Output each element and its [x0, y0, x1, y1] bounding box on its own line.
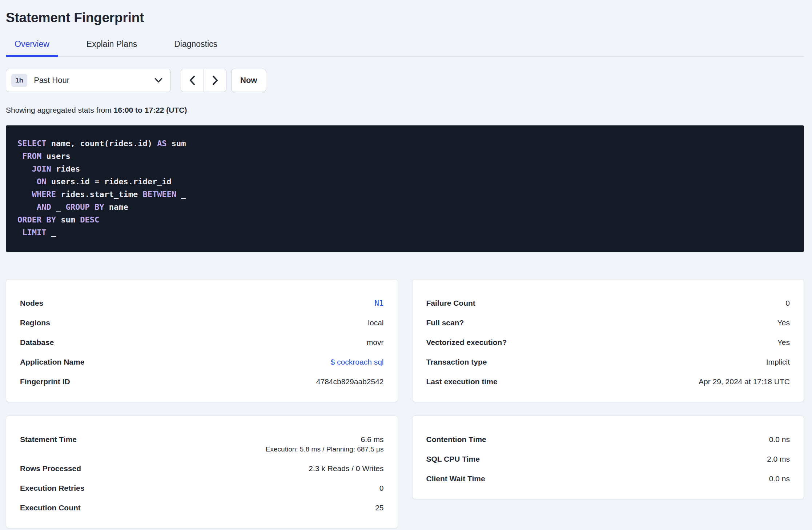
stat-value-group: 0.0 ns	[769, 430, 790, 449]
stat-value-group: 25	[375, 498, 383, 518]
sql-keyword: AS	[157, 139, 167, 148]
next-interval-button[interactable]	[204, 69, 226, 92]
stat-row: Last execution timeApr 29, 2024 at 17:18…	[426, 372, 790, 392]
stat-value: 0.0 ns	[769, 430, 790, 449]
summary-cards-row-1: NodesN1RegionslocalDatabasemovrApplicati…	[6, 279, 804, 402]
stat-value-group: movr	[367, 333, 384, 352]
stat-row: Vectorized execution?Yes	[426, 333, 790, 352]
stat-value-link[interactable]: N1	[374, 293, 383, 313]
stat-label: Vectorized execution?	[426, 333, 507, 352]
aggregated-stats-prefix: Showing aggregated stats from	[6, 106, 112, 114]
stat-value: 25	[375, 498, 383, 518]
time-range-badge: 1h	[11, 74, 27, 87]
sql-text: users	[41, 152, 70, 161]
aggregated-stats-caption: Showing aggregated stats from16:00 to 17…	[6, 106, 804, 115]
stat-value-group: Yes	[777, 313, 790, 333]
stat-value: Apr 29, 2024 at 17:18 UTC	[699, 372, 790, 392]
stat-label: Last execution time	[426, 372, 498, 392]
stat-label: Statement Time	[20, 430, 77, 449]
sql-text: name, count(rides.id)	[46, 139, 157, 148]
tab-explain-plans[interactable]: Explain Plans	[78, 39, 146, 56]
sql-keyword: FROM	[22, 152, 41, 161]
stat-label: Database	[20, 333, 54, 352]
stat-value-group: Implicit	[766, 352, 790, 372]
stat-value-group: 2.0 ms	[767, 449, 790, 469]
stat-row: Regionslocal	[20, 313, 384, 333]
sql-keyword: GROUP BY	[65, 202, 104, 212]
chevron-right-icon	[212, 75, 219, 85]
time-step-buttons	[181, 69, 226, 92]
stat-value: 2.0 ms	[767, 449, 790, 469]
sql-text: rides	[51, 164, 80, 173]
sql-text	[17, 164, 32, 173]
sql-keyword: AND	[37, 202, 51, 212]
stat-label: Fingerprint ID	[20, 372, 70, 392]
time-controls: 1h Past Hour	[6, 69, 804, 92]
stat-value: Implicit	[766, 352, 790, 372]
sql-keyword: ORDER BY	[17, 215, 56, 224]
stat-value: 4784cb829aab2542	[316, 372, 384, 392]
sql-keyword: LIMIT	[22, 228, 46, 237]
chevron-down-icon	[154, 78, 162, 83]
sql-text: _	[51, 202, 66, 212]
stat-value-group: 0	[379, 478, 384, 498]
sql-keyword: BETWEEN	[142, 190, 176, 199]
stat-value: local	[368, 313, 383, 333]
stat-label: Rows Processed	[20, 459, 81, 478]
page-title: Statement Fingerprint	[6, 10, 804, 25]
stat-row: Databasemovr	[20, 333, 384, 352]
sql-keyword: SELECT	[17, 139, 46, 148]
stat-row: SQL CPU Time2.0 ms	[426, 449, 790, 469]
time-range-label: Past Hour	[34, 76, 69, 85]
sql-text: users.id = rides.rider_id	[46, 177, 171, 186]
sql-line: LIMIT _	[17, 226, 793, 239]
sql-text	[17, 202, 37, 212]
stat-value-group: 6.6 msExecution: 5.8 ms / Planning: 687.…	[266, 430, 384, 459]
sql-text	[17, 228, 22, 237]
sql-text: sum	[56, 215, 80, 224]
sql-text: rides.start_time	[56, 190, 142, 199]
stat-label: Application Name	[20, 352, 84, 372]
sql-text: sum	[167, 139, 186, 148]
stat-label: Nodes	[20, 293, 43, 313]
stat-row: NodesN1	[20, 293, 384, 313]
wait-time-card: Contention Time0.0 nsSQL CPU Time2.0 msC…	[412, 415, 804, 499]
sql-text	[17, 190, 32, 199]
stat-value-group: 0	[785, 293, 790, 313]
stat-label: Transaction type	[426, 352, 487, 372]
stat-label: Regions	[20, 313, 50, 333]
sql-keyword: WHERE	[32, 190, 56, 199]
stat-label: Execution Retries	[20, 478, 84, 498]
sql-text: _	[46, 228, 56, 237]
stat-row: Transaction typeImplicit	[426, 352, 790, 372]
time-range-select[interactable]: 1h Past Hour	[6, 69, 171, 92]
stat-value: Yes	[777, 313, 790, 333]
statement-details-card: NodesN1RegionslocalDatabasemovrApplicati…	[6, 279, 398, 402]
now-button[interactable]: Now	[231, 69, 266, 92]
stat-value: 0	[785, 293, 790, 313]
stat-subvalue: Execution: 5.8 ms / Planning: 687.5 µs	[266, 445, 384, 459]
stat-value-group: 2.3 k Reads / 0 Writes	[309, 459, 383, 478]
stat-value-group: 0.0 ns	[769, 469, 790, 489]
stat-label: SQL CPU Time	[426, 449, 480, 469]
tab-bar: Overview Explain Plans Diagnostics	[6, 39, 804, 57]
sql-text	[17, 177, 37, 186]
stat-row: Contention Time0.0 ns	[426, 430, 790, 449]
stat-label: Client Wait Time	[426, 469, 485, 489]
tab-diagnostics[interactable]: Diagnostics	[165, 39, 226, 56]
stat-value-link[interactable]: $ cockroach sql	[331, 352, 384, 372]
statement-fingerprint-page: Statement Fingerprint Overview Explain P…	[0, 0, 812, 528]
sql-text: name	[104, 202, 128, 212]
tab-overview[interactable]: Overview	[6, 39, 58, 56]
sql-line: WHERE rides.start_time BETWEEN _	[17, 188, 793, 201]
stat-value: 0.0 ns	[769, 469, 790, 489]
stat-label: Failure Count	[426, 293, 475, 313]
summary-cards-row-2: Statement Time6.6 msExecution: 5.8 ms / …	[6, 415, 804, 528]
sql-line: ORDER BY sum DESC	[17, 213, 793, 226]
previous-interval-button[interactable]	[181, 69, 204, 92]
stat-row: Execution Count25	[20, 498, 384, 518]
stat-value-group: Apr 29, 2024 at 17:18 UTC	[699, 372, 790, 392]
sql-line: FROM users	[17, 150, 793, 162]
statement-timing-card: Statement Time6.6 msExecution: 5.8 ms / …	[6, 415, 398, 528]
stat-value: 0	[379, 478, 384, 498]
